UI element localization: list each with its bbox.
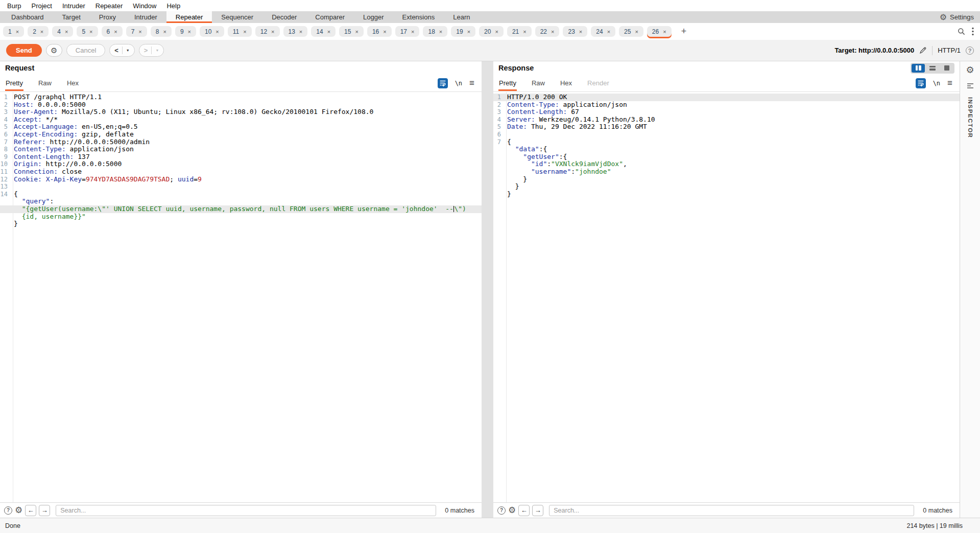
repeater-tab-4[interactable]: 4× bbox=[52, 26, 73, 37]
repeater-tab-19[interactable]: 19× bbox=[451, 26, 475, 37]
tab-logger[interactable]: Logger bbox=[354, 11, 393, 23]
close-tab-icon[interactable]: × bbox=[271, 29, 274, 35]
close-tab-icon[interactable]: × bbox=[65, 29, 68, 35]
layout-stacked-button[interactable] bbox=[926, 64, 939, 73]
menu-item-project[interactable]: Project bbox=[26, 2, 57, 10]
close-tab-icon[interactable]: × bbox=[243, 29, 246, 35]
repeater-tab-2[interactable]: 2× bbox=[28, 26, 49, 37]
repeater-tab-9[interactable]: 9× bbox=[175, 26, 196, 37]
repeater-tab-7[interactable]: 7× bbox=[126, 26, 147, 37]
repeater-tab-13[interactable]: 13× bbox=[283, 26, 308, 37]
search-settings-gear-icon[interactable]: ⚙ bbox=[15, 506, 22, 515]
word-wrap-icon[interactable] bbox=[438, 78, 448, 88]
close-tab-icon[interactable]: × bbox=[40, 29, 43, 35]
menu-item-help[interactable]: Help bbox=[161, 2, 185, 10]
close-tab-icon[interactable]: × bbox=[114, 29, 117, 35]
editor-menu-icon[interactable]: ≡ bbox=[469, 79, 474, 87]
search-tabs-icon[interactable] bbox=[958, 28, 965, 35]
close-tab-icon[interactable]: × bbox=[327, 29, 330, 35]
close-tab-icon[interactable]: × bbox=[299, 29, 302, 35]
tab-repeater[interactable]: Repeater bbox=[166, 11, 212, 23]
search-next-button[interactable]: → bbox=[39, 505, 50, 516]
close-tab-icon[interactable]: × bbox=[663, 29, 666, 35]
close-tab-icon[interactable]: × bbox=[411, 29, 414, 35]
search-help-icon[interactable]: ? bbox=[497, 506, 506, 515]
tab-dashboard[interactable]: Dashboard bbox=[2, 11, 53, 23]
forward-history-button[interactable]: > ▼ bbox=[139, 44, 164, 57]
menu-item-intruder[interactable]: Intruder bbox=[57, 2, 90, 10]
back-history-button[interactable]: < ▼ bbox=[109, 44, 135, 57]
close-tab-icon[interactable]: × bbox=[439, 29, 442, 35]
inspector-collapse-icon[interactable] bbox=[966, 82, 974, 89]
close-tab-icon[interactable]: × bbox=[163, 29, 166, 35]
send-settings-button[interactable]: ⚙ bbox=[46, 44, 62, 57]
tab-hex[interactable]: Hex bbox=[66, 76, 79, 91]
tab-raw[interactable]: Raw bbox=[38, 76, 52, 91]
repeater-tab-17[interactable]: 17× bbox=[395, 26, 420, 37]
request-editor[interactable]: 1POST /graphql HTTP/1.12Host: 0.0.0.0:50… bbox=[0, 91, 482, 502]
search-settings-gear-icon[interactable]: ⚙ bbox=[508, 506, 516, 515]
layout-side-by-side-button[interactable] bbox=[912, 64, 925, 73]
show-newlines-icon[interactable]: \n bbox=[933, 80, 940, 87]
search-next-button[interactable]: → bbox=[532, 505, 543, 516]
close-tab-icon[interactable]: × bbox=[355, 29, 358, 35]
repeater-tab-25[interactable]: 25× bbox=[619, 26, 643, 37]
search-prev-button[interactable]: ← bbox=[518, 505, 530, 516]
repeater-tab-21[interactable]: 21× bbox=[507, 26, 532, 37]
close-tab-icon[interactable]: × bbox=[216, 29, 219, 35]
close-tab-icon[interactable]: × bbox=[89, 29, 92, 35]
search-help-icon[interactable]: ? bbox=[4, 506, 12, 515]
close-tab-icon[interactable]: × bbox=[383, 29, 386, 35]
repeater-tab-18[interactable]: 18× bbox=[423, 26, 447, 37]
inspector-label[interactable]: INSPECTOR bbox=[967, 97, 973, 138]
tab-pretty[interactable]: Pretty bbox=[498, 76, 517, 91]
close-tab-icon[interactable]: × bbox=[551, 29, 554, 35]
tab-comparer[interactable]: Comparer bbox=[306, 11, 354, 23]
repeater-tab-23[interactable]: 23× bbox=[563, 26, 587, 37]
close-tab-icon[interactable]: × bbox=[188, 29, 191, 35]
help-icon[interactable]: ? bbox=[966, 47, 974, 55]
tab-intruder[interactable]: Intruder bbox=[125, 11, 166, 23]
tab-decoder[interactable]: Decoder bbox=[262, 11, 306, 23]
chevron-down-icon[interactable]: ▼ bbox=[126, 49, 130, 52]
tab-proxy[interactable]: Proxy bbox=[90, 11, 125, 23]
response-editor[interactable]: 1HTTP/1.0 200 OK2Content-Type: applicati… bbox=[493, 91, 960, 502]
repeater-tab-26[interactable]: 26× bbox=[647, 26, 672, 37]
add-tab-button[interactable]: + bbox=[679, 26, 689, 37]
close-tab-icon[interactable]: × bbox=[523, 29, 526, 35]
tab-target[interactable]: Target bbox=[53, 11, 90, 23]
layout-single-button[interactable] bbox=[940, 64, 953, 73]
menu-item-burp[interactable]: Burp bbox=[2, 2, 26, 10]
repeater-tab-11[interactable]: 11× bbox=[228, 26, 252, 37]
repeater-tab-22[interactable]: 22× bbox=[535, 26, 560, 37]
tab-hex[interactable]: Hex bbox=[560, 76, 572, 91]
tab-learn[interactable]: Learn bbox=[444, 11, 479, 23]
close-tab-icon[interactable]: × bbox=[16, 29, 19, 35]
show-newlines-icon[interactable]: \n bbox=[455, 80, 462, 87]
close-tab-icon[interactable]: × bbox=[138, 29, 141, 35]
tab-raw[interactable]: Raw bbox=[531, 76, 545, 91]
close-tab-icon[interactable]: × bbox=[635, 29, 638, 35]
close-tab-icon[interactable]: × bbox=[607, 29, 610, 35]
repeater-tab-20[interactable]: 20× bbox=[479, 26, 504, 37]
repeater-tab-24[interactable]: 24× bbox=[591, 26, 615, 37]
search-prev-button[interactable]: ← bbox=[25, 505, 36, 516]
repeater-tab-5[interactable]: 5× bbox=[77, 26, 98, 37]
tab-menu-dots-icon[interactable] bbox=[972, 27, 974, 36]
menu-item-window[interactable]: Window bbox=[128, 2, 161, 10]
close-tab-icon[interactable]: × bbox=[579, 29, 582, 35]
repeater-tab-14[interactable]: 14× bbox=[311, 26, 336, 37]
close-tab-icon[interactable]: × bbox=[495, 29, 498, 35]
send-button[interactable]: Send bbox=[6, 44, 42, 57]
request-search-input[interactable] bbox=[56, 505, 436, 516]
settings-button[interactable]: ⚙ Settings bbox=[940, 11, 980, 23]
repeater-tab-12[interactable]: 12× bbox=[255, 26, 280, 37]
tab-extensions[interactable]: Extensions bbox=[393, 11, 444, 23]
tab-sequencer[interactable]: Sequencer bbox=[212, 11, 262, 23]
tab-pretty[interactable]: Pretty bbox=[5, 76, 23, 91]
repeater-tab-6[interactable]: 6× bbox=[102, 26, 123, 37]
edit-target-pencil-icon[interactable] bbox=[919, 47, 927, 54]
cancel-button[interactable]: Cancel bbox=[66, 44, 105, 57]
repeater-tab-15[interactable]: 15× bbox=[339, 26, 364, 37]
panel-divider[interactable] bbox=[482, 61, 493, 518]
